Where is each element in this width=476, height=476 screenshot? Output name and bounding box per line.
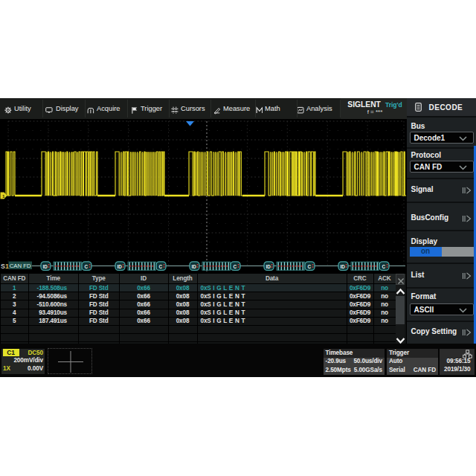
svg-text:1: 1 [2,193,5,199]
svg-text:C: C [382,264,385,269]
svg-text:C: C [84,264,88,269]
svg-text:CAN FD: CAN FD [10,263,31,269]
svg-text:ID: ID [266,264,271,269]
svg-text:ID: ID [192,264,197,269]
svg-text:C: C [233,264,237,269]
svg-text:C: C [158,264,162,269]
svg-text:S1: S1 [1,263,9,270]
svg-text:ID: ID [118,264,123,269]
svg-text:ID: ID [341,264,346,269]
svg-text:C: C [307,264,311,269]
svg-text:ID: ID [43,264,48,269]
